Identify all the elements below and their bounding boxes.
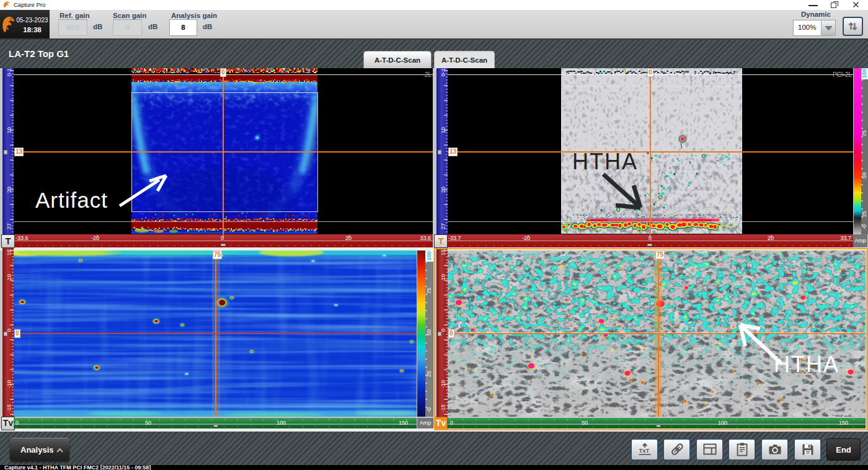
svg-text:TxT: TxT [639, 447, 649, 454]
